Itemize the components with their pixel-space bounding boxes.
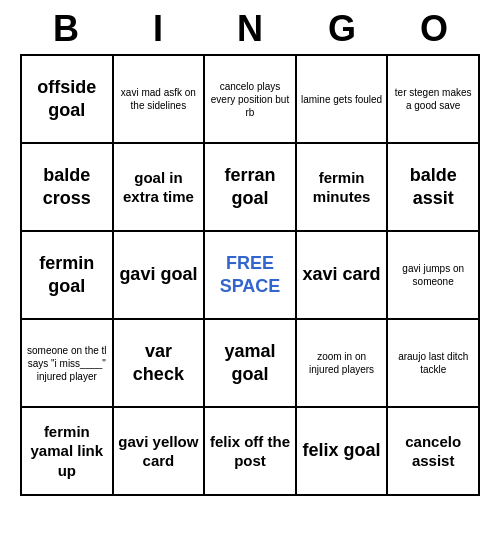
- cell-text-19: araujo last ditch tackle: [392, 350, 474, 376]
- bingo-cell-12[interactable]: FREE SPACE: [205, 232, 297, 320]
- cell-text-23: felix goal: [303, 439, 381, 462]
- cell-text-5: balde cross: [26, 164, 108, 211]
- cell-text-11: gavi goal: [119, 263, 197, 286]
- header-b: B: [23, 8, 109, 50]
- bingo-cell-20[interactable]: fermin yamal link up: [22, 408, 114, 496]
- header-n: N: [207, 8, 293, 50]
- cell-text-4: ter stegen makes a good save: [392, 86, 474, 112]
- bingo-cell-1[interactable]: xavi mad asfk on the sidelines: [114, 56, 206, 144]
- cell-text-22: felix off the post: [209, 432, 291, 471]
- cell-text-20: fermin yamal link up: [26, 422, 108, 481]
- cell-text-21: gavi yellow card: [118, 432, 200, 471]
- bingo-cell-23[interactable]: felix goal: [297, 408, 389, 496]
- bingo-cell-11[interactable]: gavi goal: [114, 232, 206, 320]
- bingo-cell-8[interactable]: fermin minutes: [297, 144, 389, 232]
- header-i: I: [115, 8, 201, 50]
- cell-text-0: offside goal: [26, 76, 108, 123]
- cell-text-9: balde assit: [392, 164, 474, 211]
- bingo-cell-22[interactable]: felix off the post: [205, 408, 297, 496]
- bingo-cell-21[interactable]: gavi yellow card: [114, 408, 206, 496]
- cell-text-14: gavi jumps on someone: [392, 262, 474, 288]
- cell-text-24: cancelo assist: [392, 432, 474, 471]
- cell-text-18: zoom in on injured players: [301, 350, 383, 376]
- header-g: G: [299, 8, 385, 50]
- bingo-cell-15[interactable]: someone on the tl says "i miss____" inju…: [22, 320, 114, 408]
- cell-text-10: fermin goal: [26, 252, 108, 299]
- header-o: O: [391, 8, 477, 50]
- cell-text-15: someone on the tl says "i miss____" inju…: [26, 344, 108, 383]
- bingo-header: B I N G O: [20, 0, 480, 54]
- bingo-cell-19[interactable]: araujo last ditch tackle: [388, 320, 480, 408]
- bingo-cell-5[interactable]: balde cross: [22, 144, 114, 232]
- cell-text-6: goal in extra time: [118, 168, 200, 207]
- cell-text-16: var check: [118, 340, 200, 387]
- bingo-cell-17[interactable]: yamal goal: [205, 320, 297, 408]
- bingo-cell-18[interactable]: zoom in on injured players: [297, 320, 389, 408]
- bingo-cell-3[interactable]: lamine gets fouled: [297, 56, 389, 144]
- cell-text-3: lamine gets fouled: [301, 93, 382, 106]
- bingo-cell-14[interactable]: gavi jumps on someone: [388, 232, 480, 320]
- bingo-cell-2[interactable]: cancelo plays every position but rb: [205, 56, 297, 144]
- cell-text-7: ferran goal: [209, 164, 291, 211]
- bingo-grid: offside goalxavi mad asfk on the sidelin…: [20, 54, 480, 496]
- bingo-cell-24[interactable]: cancelo assist: [388, 408, 480, 496]
- bingo-cell-9[interactable]: balde assit: [388, 144, 480, 232]
- cell-text-17: yamal goal: [209, 340, 291, 387]
- bingo-cell-7[interactable]: ferran goal: [205, 144, 297, 232]
- bingo-cell-10[interactable]: fermin goal: [22, 232, 114, 320]
- cell-text-1: xavi mad asfk on the sidelines: [118, 86, 200, 112]
- bingo-cell-6[interactable]: goal in extra time: [114, 144, 206, 232]
- bingo-cell-16[interactable]: var check: [114, 320, 206, 408]
- cell-text-12: FREE SPACE: [209, 252, 291, 299]
- bingo-cell-0[interactable]: offside goal: [22, 56, 114, 144]
- bingo-cell-4[interactable]: ter stegen makes a good save: [388, 56, 480, 144]
- cell-text-13: xavi card: [303, 263, 381, 286]
- cell-text-8: fermin minutes: [301, 168, 383, 207]
- cell-text-2: cancelo plays every position but rb: [209, 80, 291, 119]
- bingo-cell-13[interactable]: xavi card: [297, 232, 389, 320]
